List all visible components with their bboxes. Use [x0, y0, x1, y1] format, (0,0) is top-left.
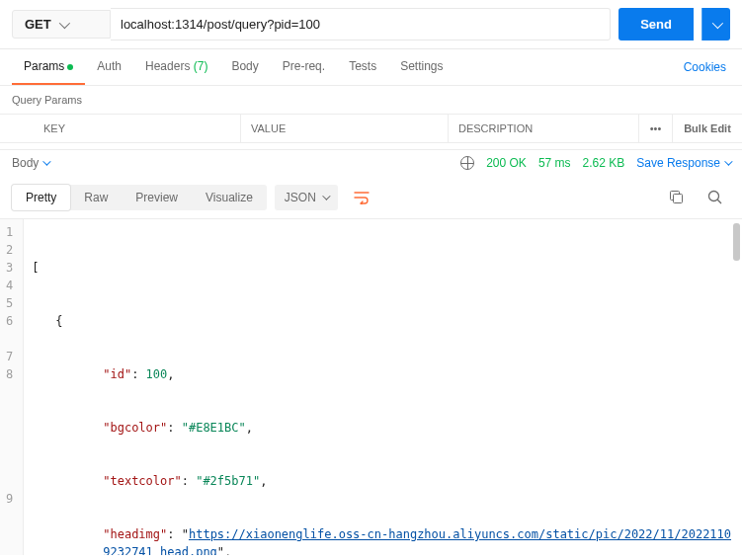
th-more-button[interactable]: ••• [639, 115, 673, 142]
view-preview[interactable]: Preview [122, 185, 192, 210]
view-mode-tabs: Pretty Raw Preview Visualize [12, 185, 267, 210]
chevron-down-icon [724, 157, 732, 165]
tab-tests[interactable]: Tests [337, 49, 388, 85]
view-pretty[interactable]: Pretty [12, 185, 70, 210]
tab-prereq[interactable]: Pre-req. [271, 49, 337, 85]
th-key: KEY [34, 115, 241, 142]
svg-rect-0 [674, 195, 683, 203]
tab-body[interactable]: Body [219, 49, 270, 85]
tab-auth[interactable]: Auth [85, 49, 133, 85]
url-input[interactable] [111, 8, 611, 40]
th-description: DESCRIPTION [449, 115, 639, 142]
chevron-down-icon [322, 192, 330, 200]
params-indicator-dot [67, 64, 73, 70]
query-params-label: Query Params [0, 86, 742, 114]
response-meta-bar: Body 200 OK 57 ms 2.62 KB Save Response [0, 149, 742, 176]
chevron-down-icon [58, 17, 69, 28]
format-select[interactable]: JSON [275, 185, 338, 210]
view-visualize[interactable]: Visualize [192, 185, 267, 210]
tab-params[interactable]: Params [12, 49, 85, 85]
save-response-dropdown[interactable]: Save Response [636, 156, 730, 170]
status-code: 200 OK [486, 156, 527, 170]
bulk-edit-button[interactable]: Bulk Edit [673, 115, 742, 142]
th-value: VALUE [241, 115, 449, 142]
svg-point-1 [709, 192, 719, 201]
chevron-down-icon [712, 18, 723, 29]
response-body-dropdown[interactable]: Body [12, 156, 48, 170]
line-gutter: 12345 6789 [0, 219, 24, 555]
view-raw[interactable]: Raw [70, 185, 122, 210]
request-tabs: Params Auth Headers (7) Body Pre-req. Te… [0, 49, 742, 86]
wrap-line-icon[interactable] [346, 185, 377, 210]
scrollbar-thumb[interactable] [733, 223, 740, 261]
http-method-select[interactable]: GET [12, 10, 111, 39]
response-body[interactable]: 12345 6789 [ { "id": 100, "bgcolor": "#E… [0, 219, 742, 555]
code-content: [ { "id": 100, "bgcolor": "#E8E1BC", "te… [24, 219, 742, 555]
th-checkbox [0, 115, 34, 142]
send-button[interactable]: Send [618, 8, 694, 40]
chevron-down-icon [43, 157, 51, 165]
svg-line-2 [717, 200, 721, 203]
copy-icon[interactable] [661, 184, 692, 210]
response-view-bar: Pretty Raw Preview Visualize JSON [0, 176, 742, 219]
params-table-header: KEY VALUE DESCRIPTION ••• Bulk Edit [0, 114, 742, 143]
tab-headers[interactable]: Headers (7) [133, 49, 219, 85]
headers-count: (7) [194, 59, 208, 73]
send-dropdown[interactable] [701, 8, 730, 40]
tab-settings[interactable]: Settings [388, 49, 454, 85]
method-label: GET [25, 17, 51, 32]
request-bar: GET Send [0, 0, 742, 49]
response-time: 57 ms [538, 156, 571, 170]
cookies-link[interactable]: Cookies [680, 50, 730, 84]
search-icon[interactable] [700, 184, 730, 210]
globe-icon[interactable] [460, 156, 474, 170]
response-size: 2.62 KB [583, 156, 625, 170]
